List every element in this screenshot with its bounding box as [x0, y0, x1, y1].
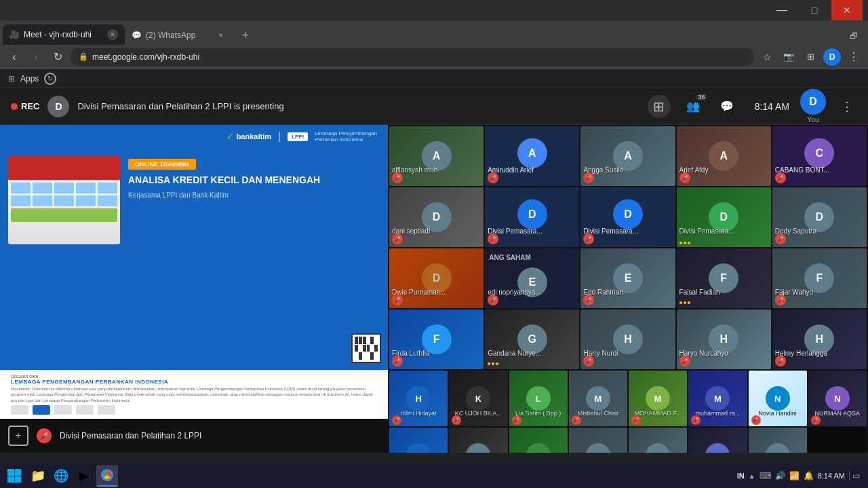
- taskbar-chrome-button[interactable]: [96, 465, 118, 487]
- window-10: [98, 195, 117, 206]
- tab-meet[interactable]: 🎥 Meet - vjh-rxdb-uhi ✕: [3, 24, 125, 45]
- apps-label[interactable]: Apps: [20, 74, 39, 83]
- win-quad-4: [15, 476, 22, 483]
- qr-3: [363, 337, 366, 344]
- pt-video-dody: D: [772, 187, 867, 247]
- tray-network-icon[interactable]: 📶: [789, 471, 800, 481]
- apps-refresh-icon[interactable]: ↻: [44, 73, 56, 85]
- slide-body: ONLINE TRAINING ANALISA KREDIT KECIL DAN…: [0, 148, 388, 370]
- tray-show-desktop-icon[interactable]: ▭: [849, 471, 860, 481]
- tray-speaker-icon[interactable]: 🔔: [804, 471, 814, 481]
- dot-1: [679, 242, 682, 244]
- window-7: [33, 195, 52, 206]
- online-training-badge: ONLINE TRAINING: [128, 159, 196, 170]
- chat-button[interactable]: 💬: [715, 95, 738, 118]
- meet-main-content: ✓ bankaltim | LPPI Lembaga PengembanganP…: [0, 125, 868, 453]
- participant-count-badge: 36: [696, 94, 707, 100]
- slide-header: ✓ bankaltim | LPPI Lembaga PengembanganP…: [0, 125, 388, 148]
- you-label: You: [808, 116, 819, 124]
- participant-tile-divisi3: D Divisi Pemasara...: [677, 187, 771, 247]
- url-bar[interactable]: 🔒 meet.google.com/vjh-rxdb-uhi: [71, 48, 754, 66]
- pt-video-faisal: F: [677, 248, 771, 308]
- more-options-button[interactable]: ⋮: [837, 96, 857, 117]
- apps-grid-button[interactable]: ⊞: [802, 48, 819, 66]
- pt-avatar-divisi2: D: [613, 200, 643, 229]
- window-1: [11, 183, 31, 193]
- close-button[interactable]: ✕: [831, 0, 863, 20]
- tray-volume-icon[interactable]: 🔊: [775, 471, 785, 481]
- participant-tile-riska: R Riska Andina 🎤: [749, 428, 807, 453]
- pt-video-riska: R: [749, 428, 807, 453]
- pt-name-dani: dani septiadi: [392, 227, 481, 235]
- minimize-button[interactable]: —: [766, 0, 797, 20]
- pt-name-helmy: Helmy Herlangga: [775, 350, 864, 357]
- pt-name-divisi3: Divisi Pemasara...: [679, 227, 768, 235]
- apps-bar: ⊞ Apps ↻: [0, 69, 868, 88]
- grid-view-button[interactable]: ⊞: [648, 95, 671, 118]
- whatsapp-tab-icon: 💬: [132, 31, 142, 40]
- gdot-1: [488, 362, 490, 365]
- window-5: [98, 183, 117, 193]
- slide-main-title: ANALISA KREDIT KECIL DAN MENENGAH: [128, 174, 320, 187]
- pt-dots-gandana: [488, 362, 498, 365]
- win-quad-3: [7, 476, 14, 483]
- slide-subtitle: Kerjasama LPPI dan Bank Kaltim: [128, 191, 229, 199]
- tab-whatsapp[interactable]: 💬 (2) WhatsApp ✕: [125, 26, 233, 45]
- participant-tile-arief: A Arief Afdy 🎤: [677, 126, 771, 186]
- pt-mute-hilmi: 🎤: [392, 415, 401, 425]
- qr-12: [374, 345, 378, 352]
- participants-panel: A alfiansyah muh 🎤 A Amiruddin Arief 🎤: [388, 125, 868, 453]
- pt-video-angga: A: [580, 126, 675, 186]
- window-2: [33, 183, 52, 193]
- pt-video-edo: E: [580, 248, 675, 308]
- taskbar-media-button[interactable]: ▶: [73, 465, 95, 487]
- back-button[interactable]: ‹: [5, 48, 23, 66]
- taskbar-folder-button[interactable]: 📁: [27, 465, 49, 487]
- tray-lang-button[interactable]: IN: [737, 472, 745, 480]
- participant-tile-fajar: F Fajar Wahyu 🎤: [772, 248, 867, 308]
- pt-video-divisi3: D: [677, 187, 771, 247]
- pt-mute-cabang: 🎤: [775, 172, 786, 183]
- window-4: [76, 183, 96, 193]
- pt-mute-dwie: 🎤: [392, 295, 403, 305]
- new-tab-button[interactable]: +: [236, 26, 255, 45]
- system-tray: IN ▲ ⌨ 🔊 📶 🔔 8:14 AM ▭: [732, 471, 865, 481]
- camera-icon[interactable]: 📷: [780, 48, 797, 66]
- whatsapp-tab-close[interactable]: ✕: [216, 30, 226, 41]
- pt-name-fajar: Fajar Wahyu: [775, 288, 864, 296]
- pt-avatar-amiruddin: A: [517, 138, 547, 168]
- qr-code: [351, 333, 381, 363]
- rec-label: REC: [21, 101, 39, 111]
- pt-avatar-yosia1: Y: [646, 443, 670, 453]
- participants-row-1: A alfiansyah muh 🎤 A Amiruddin Arief 🎤: [388, 125, 868, 186]
- reload-button[interactable]: ↻: [49, 48, 66, 66]
- pt-video-arief: A: [677, 126, 771, 186]
- tray-up-arrow-icon[interactable]: ▲: [749, 472, 755, 480]
- pt-avatar-sukmawati: S: [466, 443, 490, 453]
- forward-button[interactable]: ›: [27, 48, 45, 66]
- participant-tile-amiruddin: A Amiruddin Arief 🎤: [485, 126, 579, 186]
- title-bar: — □ ✕: [0, 0, 868, 20]
- qr-14: [359, 352, 362, 360]
- taskbar-ie-button[interactable]: 🌐: [50, 465, 72, 487]
- pt-mute-haryo: 🎤: [679, 356, 690, 367]
- pt-name-amiruddin: Amiruddin Arief: [488, 166, 576, 174]
- qr-11: [370, 345, 374, 352]
- people-button[interactable]: 👥 36: [682, 95, 705, 118]
- maximize-button[interactable]: □: [799, 0, 830, 20]
- menu-button[interactable]: ⋮: [845, 48, 863, 66]
- meet-tab-close[interactable]: ✕: [107, 29, 118, 40]
- presenter-avatar: D: [47, 96, 69, 117]
- participant-tile-gandana: G Gandana Nurye...: [485, 309, 579, 369]
- bookmark-button[interactable]: ☆: [758, 48, 776, 66]
- restore-button[interactable]: 🗗: [845, 27, 863, 45]
- participant-tile-nurman: N NURMAN AQSA 🎤: [808, 371, 867, 426]
- pt-mute-arief: 🎤: [679, 172, 690, 183]
- user-profile-button[interactable]: D: [823, 48, 841, 66]
- pt-mute-misbahul: 🎤: [572, 415, 581, 425]
- participant-tile-selfy: S selfy anwar (bpp): [389, 428, 448, 453]
- participant-tile-helmy: H Helmy Herlangga 🎤: [772, 309, 867, 369]
- start-button[interactable]: [3, 465, 26, 487]
- add-presenter-button[interactable]: +: [8, 426, 28, 446]
- pt-avatar-muhammad: M: [705, 386, 730, 411]
